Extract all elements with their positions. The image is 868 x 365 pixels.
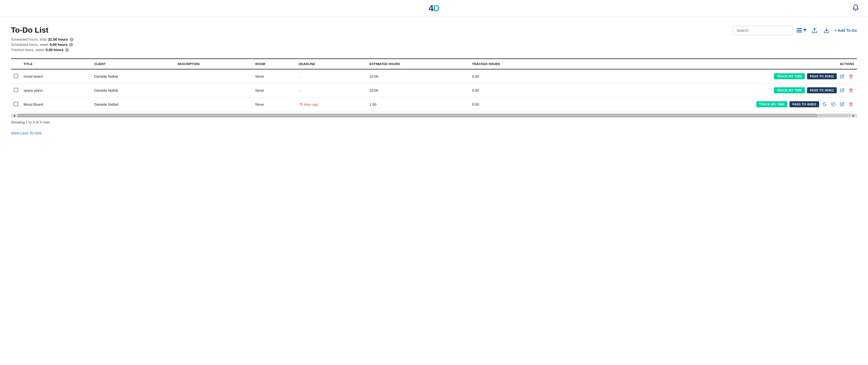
row-checkbox[interactable] [14,102,18,106]
col-title: TITLE [21,59,91,69]
svg-rect-1 [797,30,802,31]
page-title-section: To-Do List Scheduled hours, total 21.50 … [11,26,73,52]
search-input[interactable] [733,26,793,35]
row-client: Danielle Naftali [91,69,175,84]
edit-icon-button[interactable] [839,88,845,93]
toolbar-right: + Add To-Do [733,26,857,35]
page-title: To-Do List [11,26,73,35]
stat-week-scheduled-value: 0.00 hours [50,42,67,47]
google-icon-button[interactable] [822,102,828,107]
upload-button[interactable] [810,26,818,35]
track-my-time-button[interactable]: TRACK MY TIME [756,101,787,107]
row-description [175,69,253,84]
col-checkbox [11,59,21,69]
row-checkbox[interactable] [14,88,18,92]
row-title: Mood Board [21,97,91,111]
table-header-row: TITLE CLIENT DESCRIPTION ROOM DEADLINE E… [11,59,857,69]
stat-total-label: Scheduled hours, total [11,37,46,41]
app-header: 4D [0,0,868,17]
col-tracked-hours: TRACKED HOURS [469,59,564,69]
stat-week-scheduled-label: Scheduled hours, week [11,42,48,47]
row-deadline: 79 days ago [296,97,367,111]
row-estimated-hours: 10.00 [367,84,469,97]
row-checkbox-cell [11,69,21,84]
view-toggle-button[interactable] [797,28,807,33]
col-estimated-hours: ESTIMATED HOURS [367,59,469,69]
copy-icon-button[interactable] [830,102,837,107]
row-tracked-hours: 0.00 [469,84,564,97]
todo-table-wrapper: TITLE CLIENT DESCRIPTION ROOM DEADLINE E… [11,59,857,111]
stat-week-tracked: Tracked hours, week 0.00 hours i [11,48,73,52]
row-estimated-hours: 1.50 [367,97,469,111]
table-row: Mood BoardDanielle NaftaliNone79 days ag… [11,97,857,111]
row-tracked-hours: 0.00 [469,97,564,111]
track-my-time-button[interactable]: TRACK MY TIME [774,87,805,93]
table-row: mood boardDanielle NaftaliNone-10.000.00… [11,69,857,84]
row-checkbox[interactable] [14,74,18,78]
stat-week-scheduled: Scheduled hours, week 0.00 hours i [11,42,73,47]
view-less-link[interactable]: View Less To-Dos [11,131,42,135]
row-actions: TRACK MY TIMEPASS TO 4DBIZ [564,69,857,84]
row-client: Danielle Naftali [91,84,175,97]
main-content: To-Do List Scheduled hours, total 21.50 … [0,17,868,144]
scroll-left-arrow[interactable]: ◀ [11,113,18,118]
add-todo-button[interactable]: + Add To-Do [835,28,857,33]
row-actions: TRACK MY TIMEPASS TO 4DBIZ [564,97,857,111]
rows-count: Showing 1 to 3 of 3 rows [11,120,50,124]
row-checkbox-cell [11,84,21,97]
scroll-right-arrow[interactable]: ▶ [850,113,857,118]
row-description [175,84,253,97]
stat-total-value: 21.50 hours [48,37,68,41]
logo-4: 4 [429,3,433,13]
track-my-time-button[interactable]: TRACK MY TIME [774,73,805,79]
row-room: None [253,69,296,84]
row-checkbox-cell [11,97,21,111]
row-tracked-hours: 0.00 [469,69,564,84]
row-deadline: - [296,69,367,84]
row-deadline: - [296,84,367,97]
stat-total-info-icon[interactable]: i [70,38,73,41]
row-room: None [253,97,296,111]
svg-marker-3 [803,29,807,32]
page-title-row: To-Do List Scheduled hours, total 21.50 … [11,26,857,52]
delete-icon-button[interactable] [848,73,854,79]
stats-section: Scheduled hours, total 21.50 hours i Sch… [11,37,73,52]
stat-week-tracked-value: 0.00 hours [45,48,63,52]
svg-rect-2 [797,32,802,32]
download-button[interactable] [823,26,831,35]
row-description [175,97,253,111]
stat-week-tracked-info-icon[interactable]: i [65,48,69,52]
table-footer: Showing 1 to 3 of 3 rows [11,120,857,124]
pass-to-4dbiz-button[interactable]: PASS TO 4DBIZ [807,73,837,79]
todo-table: TITLE CLIENT DESCRIPTION ROOM DEADLINE E… [11,59,857,111]
row-room: None [253,84,296,97]
svg-rect-0 [797,28,802,29]
notifications-icon[interactable] [852,4,859,13]
col-client: CLIENT [91,59,175,69]
col-actions: ACTIONS [564,59,857,69]
row-title: mood board [21,69,91,84]
row-title: space plans [21,84,91,97]
col-description: DESCRIPTION [175,59,253,69]
row-estimated-hours: 10.00 [367,69,469,84]
row-client: Danielle Naftali [91,97,175,111]
horizontal-scrollbar[interactable]: ◀ ▶ [11,113,857,118]
col-deadline: DEADLINE [296,59,367,69]
row-actions: TRACK MY TIMEPASS TO 4DBIZ [564,84,857,97]
svg-rect-6 [833,104,835,106]
stat-week-tracked-label: Tracked hours, week [11,48,44,52]
scroll-track[interactable] [18,113,850,118]
table-row: space plansDanielle NaftaliNone-10.000.0… [11,84,857,97]
col-room: ROOM [253,59,296,69]
logo-d: D [433,3,439,13]
stat-week-scheduled-info-icon[interactable]: i [69,43,73,47]
edit-icon-button[interactable] [839,73,845,79]
delete-icon-button[interactable] [848,102,854,107]
pass-to-4dbiz-button[interactable]: PASS TO 4DBIZ [807,87,837,93]
edit-icon-button[interactable] [839,102,845,107]
delete-icon-button[interactable] [848,88,854,93]
stat-total: Scheduled hours, total 21.50 hours i [11,37,73,41]
scroll-thumb[interactable] [18,113,817,118]
pass-to-4dbiz-button[interactable]: PASS TO 4DBIZ [789,101,819,107]
app-logo: 4D [429,3,439,13]
